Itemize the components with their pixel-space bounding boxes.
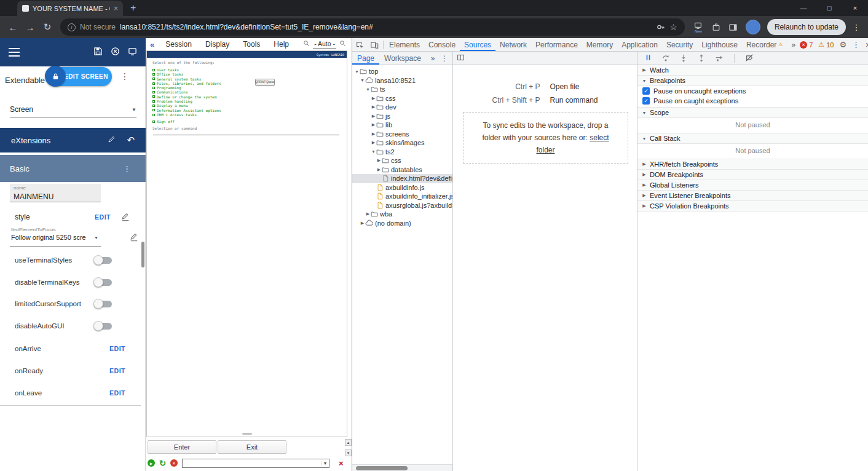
edit-pencil-icon[interactable] — [108, 135, 116, 145]
toggle-switch[interactable] — [95, 279, 112, 286]
menu-help[interactable]: Help — [267, 40, 296, 49]
extensions-puzzle-icon[interactable] — [708, 23, 724, 31]
tree-item[interactable]: ▼ts — [352, 85, 452, 94]
collapse-panel-icon[interactable]: « — [146, 40, 159, 49]
back-button[interactable]: ← — [5, 22, 21, 33]
command-combobox[interactable]: ▼ — [182, 459, 329, 468]
terminal-menu-item[interactable]: Information Assistant options — [152, 108, 221, 113]
tab-sources[interactable]: Sources — [460, 38, 495, 51]
terminal-menu-item[interactable]: IBM i Access tasks — [152, 113, 221, 117]
terminal-menu-item[interactable]: Display a menu — [152, 103, 221, 108]
tab-recorder[interactable]: Recorder⚠ — [742, 38, 787, 51]
terminal-menu-item[interactable]: User tasks — [152, 68, 221, 72]
basic-section-header[interactable]: Basic ⋮ — [0, 155, 146, 182]
tree-item[interactable]: ▶screens — [352, 130, 452, 139]
editor-panel-toggle-icon[interactable] — [457, 53, 465, 64]
toggle-switch[interactable] — [95, 323, 112, 330]
tree-item[interactable]: axusrglobal.js?axbuild=4210… — [352, 201, 452, 210]
resize-handle[interactable] — [242, 433, 252, 435]
breakpoint-option-caught[interactable]: ✓ Pause on caught exceptions — [637, 96, 868, 106]
browser-tab[interactable]: YOUR SYSTEM NAME - QPADE × — [17, 1, 123, 16]
tree-item-selected[interactable]: index.html?dev&definition… — [352, 174, 452, 183]
inspect-icon[interactable] — [352, 41, 367, 49]
navigator-menu-icon[interactable]: ⋮ — [441, 54, 452, 63]
step-into-icon[interactable] — [679, 53, 688, 63]
search-icon[interactable] — [303, 40, 310, 49]
step-out-icon[interactable] — [697, 53, 706, 63]
nav-tab-workspace[interactable]: Workspace — [379, 52, 426, 65]
tab-application[interactable]: Application — [617, 38, 662, 51]
scroll-down-icon[interactable]: ▼ — [345, 449, 352, 456]
section-watch[interactable]: ▶ Watch — [637, 65, 868, 76]
terminal-menu-item[interactable]: Office tasks — [152, 72, 221, 76]
screens-icon[interactable] — [128, 47, 137, 58]
terminal-menu-item[interactable]: Define or change the system — [152, 95, 221, 99]
refresh-icon[interactable]: ↻ — [159, 459, 166, 468]
stop-icon[interactable]: × — [170, 459, 178, 467]
toggle-switch[interactable] — [95, 257, 112, 264]
onleave-edit-link[interactable]: EDIT — [109, 389, 125, 397]
first-element-to-focus-select[interactable]: firstElementToFocus Follow original 5250… — [10, 226, 101, 247]
tree-item[interactable]: ▼top — [352, 67, 452, 76]
onready-edit-link[interactable]: EDIT — [109, 367, 125, 374]
checkbox-checked-icon[interactable]: ✓ — [642, 87, 650, 95]
relaunch-button[interactable]: Relaunch to update — [767, 19, 846, 35]
section-dom-breakpoints[interactable]: ▶ DOM Breakpoints — [637, 170, 868, 180]
tree-item[interactable]: ▶datatables — [352, 165, 452, 175]
section-scope[interactable]: ▼ Scope — [637, 108, 868, 118]
tree-item[interactable]: ▶(no domain) — [352, 219, 452, 228]
qprint-queue-button[interactable]: QPRINT Queue — [255, 79, 275, 85]
profile-avatar[interactable] — [746, 20, 760, 34]
section-event-listener-breakpoints[interactable]: ▶ Event Listener Breakpoints — [637, 191, 868, 201]
terminal-command-input[interactable] — [153, 135, 339, 135]
terminal-menu-item[interactable]: Communications — [152, 90, 221, 94]
chevron-down-icon[interactable]: ▼ — [321, 461, 329, 465]
section-breakpoints[interactable]: ▼ Breakpoints — [637, 76, 868, 86]
tab-lighthouse[interactable]: Lighthouse — [697, 38, 742, 51]
edit-screen-button[interactable]: EDIT SCREEN — [47, 67, 112, 86]
terminal-menu-item[interactable]: Problem handling — [152, 99, 221, 103]
tree-item[interactable]: axbuildinfo.js — [352, 183, 452, 192]
tree-item[interactable]: ▶js — [352, 112, 452, 121]
devtools-menu-icon[interactable]: ⋮ — [852, 40, 860, 49]
search-icon[interactable] — [339, 40, 346, 49]
section-csp-violation-breakpoints[interactable]: ▶ CSP Violation Breakpoints — [637, 201, 868, 212]
side-panel-icon[interactable] — [725, 23, 741, 32]
enter-button[interactable]: Enter — [148, 440, 216, 454]
save-icon[interactable] — [93, 47, 103, 58]
new-feature-icon[interactable]: New — [690, 22, 707, 33]
tab-memory[interactable]: Memory — [582, 38, 617, 51]
section-global-listeners[interactable]: ▶ Global Listeners — [637, 180, 868, 191]
cancel-icon[interactable]: × — [339, 459, 344, 468]
basic-menu-icon[interactable]: ⋮ — [123, 164, 136, 173]
reload-button[interactable]: ↻ — [39, 22, 55, 33]
devtools-close-icon[interactable]: × — [866, 40, 868, 50]
tab-close-icon[interactable]: × — [114, 4, 118, 13]
nav-more-tabs-button[interactable]: » — [426, 52, 440, 65]
warning-count-badge[interactable]: ⚠10 — [818, 41, 834, 49]
scrollbar-thumb[interactable] — [356, 466, 408, 470]
section-call-stack[interactable]: ▼ Call Stack — [637, 133, 868, 144]
style-edit-icon[interactable] — [119, 211, 132, 223]
settings-gear-icon[interactable]: ⚙ — [839, 40, 846, 49]
panel-scrollbar-thumb[interactable] — [141, 242, 144, 267]
breakpoint-option-uncaught[interactable]: ✓ Pause on uncaught exceptions — [637, 86, 868, 96]
tree-item[interactable]: axbuildinfo_initializer.js — [352, 192, 452, 201]
error-count-badge[interactable]: ×7 — [800, 41, 813, 49]
undo-icon[interactable]: ↶ — [127, 136, 135, 144]
style-edit-link[interactable]: EDIT — [95, 213, 111, 221]
focus-edit-icon[interactable] — [128, 231, 140, 243]
tab-console[interactable]: Console — [424, 38, 460, 51]
checkbox-checked-icon[interactable]: ✓ — [642, 97, 650, 105]
menu-session[interactable]: Session — [159, 40, 199, 49]
tree-item[interactable]: ▼lansa10:8521 — [352, 76, 452, 85]
terminal-signoff-item[interactable]: Sign off — [152, 119, 175, 124]
forward-button[interactable]: → — [22, 22, 38, 33]
tree-item[interactable]: ▶wba — [352, 210, 452, 219]
toggle-switch[interactable] — [95, 301, 112, 307]
more-tabs-button[interactable]: » — [787, 38, 800, 51]
tab-security[interactable]: Security — [662, 38, 697, 51]
scroll-up-icon[interactable]: ▲ — [345, 439, 352, 446]
menu-tools[interactable]: Tools — [236, 40, 267, 49]
tree-item[interactable]: ▶css — [352, 156, 452, 165]
